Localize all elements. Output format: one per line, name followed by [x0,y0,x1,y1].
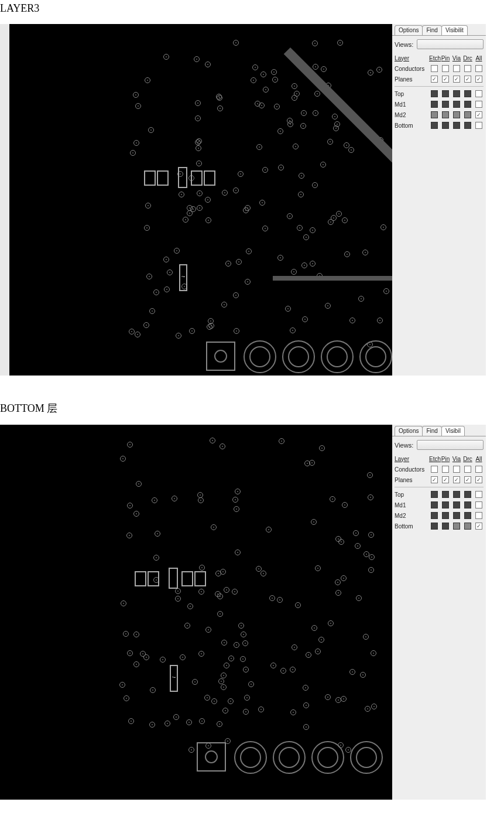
tab-find-2[interactable]: Find [422,426,441,436]
sw-bot-3[interactable] [453,122,460,129]
via [290,327,296,333]
via [335,536,341,542]
sw2-md1-3[interactable] [453,501,460,508]
cb-cond-drc[interactable] [464,65,471,72]
tab-visibility[interactable]: Visibilit [441,25,468,35]
cb-bot-all[interactable] [475,122,482,129]
cb-planes-via[interactable] [464,76,471,83]
sw2-top-3[interactable] [453,491,460,498]
via [371,650,376,656]
sw2-top-4[interactable] [464,491,471,498]
via [221,684,227,690]
cb2-pl-drc[interactable] [475,476,482,483]
via [320,162,326,168]
sw-top-3[interactable] [453,90,460,97]
via [277,255,283,261]
sw2-bot-3[interactable] [453,523,460,530]
sw2-md2-2[interactable] [442,512,449,519]
layer-grid-head: Layer Etch Pin Via Drc All [395,53,484,63]
cb2-pl-via[interactable] [464,476,471,483]
via [143,322,149,328]
cb-top-all[interactable] [475,90,482,97]
cb2-md1-all[interactable] [475,501,482,508]
via [176,333,181,339]
tab-visibility-2[interactable]: Visibil [441,426,465,436]
row-top-2: Top [395,491,428,498]
cb-md2-all[interactable] [475,111,482,118]
via [153,289,159,295]
cb-planes-etch[interactable] [442,76,449,83]
cb2-pl-etch[interactable] [442,476,449,483]
via [272,77,278,83]
sw2-top-2[interactable] [442,491,449,498]
sw-md2-3[interactable] [453,111,460,118]
tab-options-2[interactable]: Options [395,426,423,436]
cb-planes-drc[interactable] [475,76,482,83]
cb2-cond-drc[interactable] [464,466,471,473]
sw-bot-2[interactable] [442,122,449,129]
cb2-cond-etch[interactable] [431,466,438,473]
via [234,642,239,648]
sw-bot-4[interactable] [464,122,471,129]
tab-options[interactable]: Options [395,25,423,35]
via [194,56,200,62]
via [129,329,135,335]
views-dropdown[interactable] [417,39,484,49]
sw-bot-1[interactable] [431,122,438,129]
cb-md1-all[interactable] [475,101,482,108]
cb-cond-via[interactable] [453,65,460,72]
cb-planes-lead[interactable] [431,76,438,83]
sw-md1-3[interactable] [453,101,460,108]
row-planes-2: Planes [395,477,428,483]
via [221,673,227,678]
sw2-bot-2[interactable] [442,523,449,530]
cb2-pl-pin[interactable] [453,476,460,483]
sw2-md1-1[interactable] [431,501,438,508]
via [259,200,265,206]
sw-md1-4[interactable] [464,101,471,108]
cb2-md2-all[interactable] [475,512,482,519]
visibility-panel-2: Options Find Visibil Views: Layer Etch P… [392,425,486,800]
screenshot-bottom: Options Find Visibil Views: Layer Etch P… [0,425,486,800]
cb-cond-all[interactable] [475,65,482,72]
tab-find[interactable]: Find [422,25,441,35]
sw2-md2-1[interactable] [431,512,438,519]
cb2-top-all[interactable] [475,491,482,498]
via [258,706,264,712]
sw-md2-1[interactable] [431,111,438,118]
cb-cond-pin[interactable] [442,65,449,72]
sw-md2-2[interactable] [442,111,449,118]
sw2-top-1[interactable] [431,491,438,498]
via [120,456,126,462]
via [145,203,151,209]
cb2-pl-lead[interactable] [431,476,438,483]
sw-top-2[interactable] [442,90,449,97]
sw-md2-4[interactable] [464,111,471,118]
cb2-cond-all[interactable] [475,466,482,473]
via [233,292,239,298]
via [365,706,371,712]
views-dropdown-2[interactable] [417,440,484,450]
sw-top-1[interactable] [431,90,438,97]
via [236,259,242,265]
cb2-bot-all[interactable] [475,523,482,530]
sw2-md2-4[interactable] [464,512,471,519]
pcb-view-layer3[interactable] [5,24,392,376]
via [301,262,307,268]
via [217,95,222,101]
connector-ring-inner [240,747,261,768]
cb2-cond-via[interactable] [453,466,460,473]
sw2-md1-2[interactable] [442,501,449,508]
cb-planes-pin[interactable] [453,76,460,83]
sw-md1-2[interactable] [442,101,449,108]
sw2-bot-4[interactable] [464,523,471,530]
cb2-cond-pin[interactable] [442,466,449,473]
sw2-md1-4[interactable] [464,501,471,508]
sw2-bot-1[interactable] [431,523,438,530]
sw-md1-1[interactable] [431,101,438,108]
cb-cond-etch[interactable] [431,65,438,72]
sw-top-4[interactable] [464,90,471,97]
sw2-md2-3[interactable] [453,512,460,519]
resistor-outline [179,264,187,291]
pcb-view-bottom[interactable] [0,425,392,800]
